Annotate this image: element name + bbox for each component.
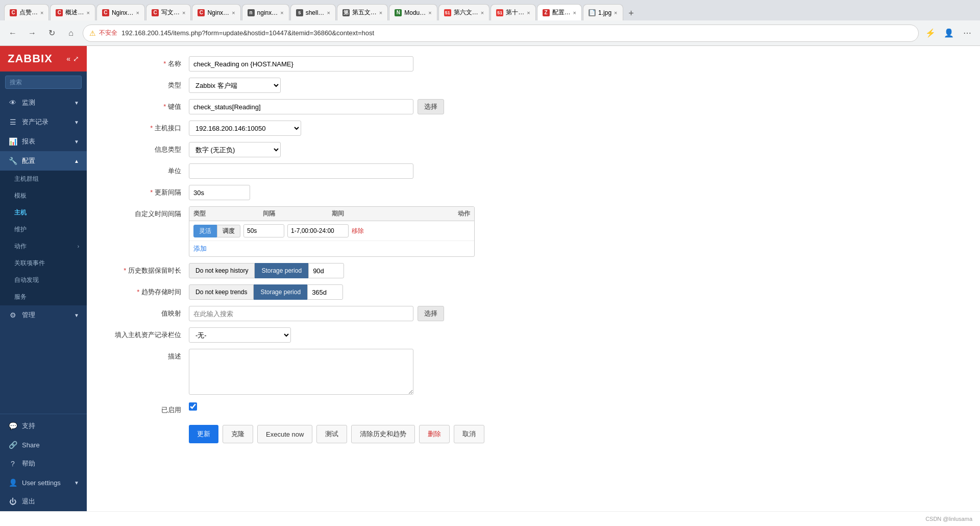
tab-6[interactable]: n nginx… × (242, 4, 289, 20)
tab-close-8[interactable]: × (379, 10, 382, 16)
update-button[interactable]: 更新 (189, 425, 218, 443)
type-select[interactable]: Zabbix 客户端 (189, 78, 281, 93)
tab-close-11[interactable]: × (527, 10, 530, 16)
home-button[interactable]: ⌂ (63, 26, 79, 41)
security-warning-icon: ⚠ (89, 29, 96, 37)
tab-close-2[interactable]: × (86, 10, 89, 16)
sidebar-sub-item-services[interactable]: 服务 (0, 289, 87, 305)
unit-input[interactable] (189, 163, 413, 179)
sidebar-item-share[interactable]: 🔗 Share (0, 436, 87, 454)
tab-close-5[interactable]: × (232, 10, 235, 16)
interval-value-input[interactable] (243, 224, 284, 237)
cancel-button[interactable]: 取消 (454, 425, 484, 443)
sidebar-item-support[interactable]: 💬 支持 (0, 416, 87, 436)
history-value-input[interactable] (308, 263, 344, 278)
tab-close-6[interactable]: × (280, 10, 283, 16)
clone-button[interactable]: 克隆 (223, 425, 253, 443)
reload-button[interactable]: ↻ (44, 26, 59, 41)
sidebar-item-label-help: 帮助 (22, 459, 79, 468)
unit-label: 单位 (107, 163, 189, 176)
remove-interval-link[interactable]: 移除 (352, 227, 364, 235)
tab-close-12[interactable]: × (573, 10, 576, 16)
tab-3[interactable]: C Nginx… × (96, 4, 145, 20)
interval-type-schedule-btn[interactable]: 调度 (217, 225, 240, 237)
trends-no-keep-btn[interactable]: Do not keep trends (189, 284, 254, 300)
host-inventory-select[interactable]: -无- (189, 327, 291, 343)
new-tab-button[interactable]: + (624, 6, 639, 20)
tab-close-4[interactable]: × (182, 10, 185, 16)
interface-select[interactable]: 192.168.200.146:10050 (189, 121, 301, 136)
description-textarea[interactable] (189, 349, 413, 395)
key-input[interactable] (189, 99, 413, 114)
unit-row: 单位 (107, 163, 960, 179)
tab-close-9[interactable]: × (428, 10, 431, 16)
sidebar-item-management[interactable]: ⚙ 管理 ▼ (0, 305, 87, 325)
valuemap-select-button[interactable]: 选择 (418, 306, 444, 321)
search-input[interactable] (5, 76, 82, 89)
sidebar-collapse-icon[interactable]: « (66, 55, 70, 63)
tab-7[interactable]: s shell… × (290, 4, 336, 20)
tab-close-10[interactable]: × (481, 10, 484, 16)
sidebar-item-monitor[interactable]: 👁 监测 ▼ (0, 93, 87, 112)
address-bar[interactable]: ⚠ 不安全 192.168.200.145/items.php?form=upd… (83, 25, 919, 42)
back-button[interactable]: ← (5, 26, 20, 41)
enabled-checkbox[interactable] (189, 402, 197, 411)
sidebar-sub-item-templates[interactable]: 模板 (0, 187, 87, 204)
sidebar-item-help[interactable]: ? 帮助 (0, 454, 87, 473)
tab-9[interactable]: N Modu… × (389, 4, 437, 20)
sidebar-item-config[interactable]: 🔧 配置 ▲ (0, 151, 87, 171)
extensions-button[interactable]: ⚡ (923, 26, 938, 41)
history-no-keep-btn[interactable]: Do not keep history (189, 263, 255, 278)
tab-11[interactable]: 51 第十… × (491, 4, 535, 20)
sidebar-sub-item-maintenance[interactable]: 维护 (0, 221, 87, 238)
tab-close-1[interactable]: × (40, 10, 43, 16)
tab-10[interactable]: 51 第六文… × (438, 4, 489, 20)
interval-label: 更新间隔 (107, 185, 189, 197)
tab-close-3[interactable]: × (136, 10, 139, 16)
sidebar-sub-item-hosts[interactable]: 主机 (0, 204, 87, 221)
sidebar-item-user-settings[interactable]: 👤 User settings ▼ (0, 473, 87, 492)
tab-12[interactable]: Z 配置… × (537, 4, 582, 20)
sidebar-item-reports[interactable]: 📊 报表 ▼ (0, 132, 87, 151)
sidebar-sub-item-autodiscovery[interactable]: 自动发现 (0, 272, 87, 289)
valuemap-input[interactable] (189, 306, 413, 321)
tab-5[interactable]: C Nginx… × (192, 4, 240, 20)
forward-button[interactable]: → (24, 26, 40, 41)
sidebar-item-logout[interactable]: ⏻ 退出 (0, 492, 87, 511)
info-type-select[interactable]: 数字 (无正负) (189, 142, 281, 157)
interval-row: 更新间隔 (107, 185, 960, 200)
sidebar-item-assets[interactable]: ☰ 资产记录 ▼ (0, 112, 87, 132)
sidebar-sub-item-correlations[interactable]: 关联项事件 (0, 255, 87, 272)
test-button[interactable]: 测试 (316, 425, 347, 443)
share-icon: 🔗 (8, 441, 18, 449)
tab-icon-1: C (10, 9, 17, 16)
add-interval-link[interactable]: 添加 (189, 241, 474, 256)
interval-input[interactable] (189, 185, 250, 200)
sidebar-expand-icon[interactable]: ⤢ (73, 55, 79, 63)
tab-13[interactable]: 📄 1.jpg × (583, 4, 623, 20)
key-select-button[interactable]: 选择 (418, 99, 444, 114)
clear-history-button[interactable]: 清除历史和趋势 (351, 425, 415, 443)
tab-4[interactable]: C 写文… × (146, 4, 191, 20)
history-storage-period-btn[interactable]: Storage period (255, 263, 308, 278)
trends-value-input[interactable] (307, 284, 343, 300)
trends-storage-period-btn[interactable]: Storage period (254, 284, 307, 300)
tab-close-7[interactable]: × (327, 10, 330, 16)
logo-actions[interactable]: « ⤢ (66, 55, 79, 63)
name-control (189, 56, 960, 71)
execute-now-button[interactable]: Execute now (257, 425, 312, 443)
key-input-group: 选择 (189, 99, 960, 114)
delete-button[interactable]: 删除 (419, 425, 450, 443)
name-input[interactable] (189, 56, 413, 71)
profile-button[interactable]: 👤 (941, 26, 957, 41)
key-label: 键值 (107, 99, 189, 111)
sidebar-sub-item-hostgroups[interactable]: 主机群组 (0, 171, 87, 187)
tab-1[interactable]: C 点赞… × (4, 4, 49, 20)
tab-2[interactable]: C 概述… × (50, 4, 95, 20)
tab-close-13[interactable]: × (614, 10, 617, 16)
more-button[interactable]: ⋯ (960, 26, 975, 41)
tab-8[interactable]: 第 第五文… × (337, 4, 388, 20)
interval-period-input[interactable] (287, 224, 349, 237)
sidebar-sub-item-actions[interactable]: 动作 › (0, 238, 87, 255)
interval-type-flexible-btn[interactable]: 灵活 (193, 225, 217, 237)
